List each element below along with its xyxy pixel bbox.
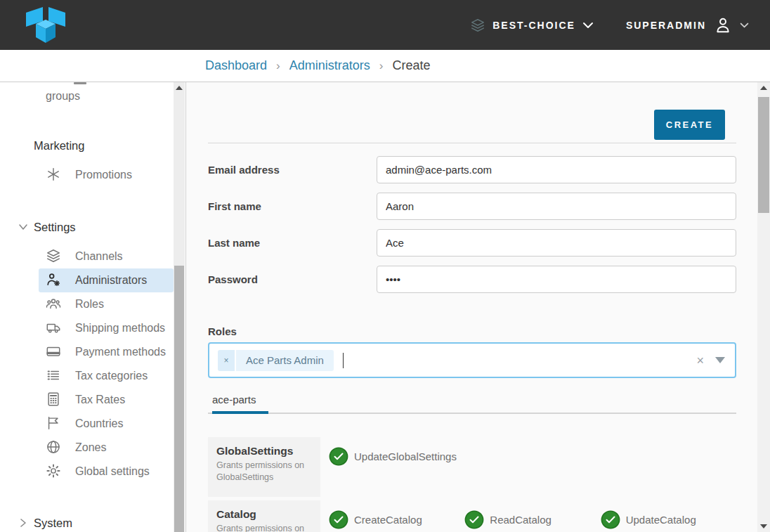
channel-switcher[interactable]: BEST-CHOICE [470,18,594,33]
email-input[interactable] [377,156,736,183]
permission-label: CreateCatalog [354,514,422,526]
roles-label: Roles [208,325,736,337]
nav-label: Zones [75,441,106,453]
nav-label: Payment methods [75,346,166,358]
chevron-down-icon [18,222,28,232]
layers-icon [46,248,61,264]
permission-toggle[interactable]: ReadCatalog [464,510,600,529]
truck-icon [46,320,61,335]
table-row: Catalog Grants permissions on Products, … [208,500,736,532]
scroll-up-button[interactable] [757,82,770,93]
first-name-label: First name [208,200,377,212]
permission-toggle[interactable]: UpdateGlobalSettings [329,447,464,466]
chip-label: Ace Parts Admin [236,350,334,371]
permission-group-description: Grants permissions on GlobalSettings [216,460,312,484]
permission-toggle[interactable]: CreateCatalog [329,510,464,529]
chevron-down-icon [740,22,749,29]
clipped-icon-fragment [74,82,86,84]
password-input[interactable] [377,266,736,293]
nav-label: Shipping methods [75,322,165,334]
breadcrumb-dashboard[interactable]: Dashboard [205,58,267,73]
nav-label: Administrators [75,274,147,286]
sidebar-item-payment-methods[interactable]: Payment methods [39,340,174,364]
breadcrumb-bar: Dashboard › Administrators › Create [0,50,770,82]
first-name-input[interactable] [377,193,736,220]
form-row-last-name: Last name [208,229,736,257]
scroll-down-button[interactable] [757,521,770,532]
sidebar-section-marketing[interactable]: Marketing [0,138,174,153]
last-name-input[interactable] [377,229,736,257]
scroll-up-button[interactable] [174,82,185,93]
sidebar-nav: groups Marketing Promotions Settings Cha… [0,82,174,532]
breadcrumb-current: Create [392,58,430,73]
sidebar-item-customer-groups[interactable]: groups [39,84,174,108]
tab-ace-parts[interactable]: ace-parts [208,389,258,413]
nav-label: Channels [75,250,123,262]
permissions-table: GlobalSettings Grants permissions on Glo… [208,437,736,532]
sidebar-item-promotions[interactable]: Promotions [39,163,174,187]
roles-select[interactable]: × Ace Parts Admin × [208,342,736,378]
users-icon [46,296,61,311]
breadcrumb-administrators[interactable]: Administrators [289,58,370,73]
permission-group-header: Catalog Grants permissions on Products, … [208,500,320,532]
sidebar-item-shipping-methods[interactable]: Shipping methods [39,316,174,340]
table-row: GlobalSettings Grants permissions on Glo… [208,437,736,497]
chip-remove-button[interactable]: × [218,350,235,371]
nav-label: Roles [75,298,104,310]
main-content: CREATE Email address First name Last nam… [186,82,770,532]
create-button[interactable]: CREATE [654,110,725,140]
sidebar-section-settings[interactable]: Settings [0,219,174,235]
form-row-password: Password [208,266,736,293]
permission-label: ReadCatalog [490,514,552,526]
sidebar-item-tax-rates[interactable]: Tax Rates [39,388,174,412]
top-bar: BEST-CHOICE SUPERADMIN [0,0,770,50]
asterisk-icon [46,167,61,182]
sidebar-item-roles[interactable]: Roles [39,292,174,316]
permission-label: UpdateCatalog [626,514,696,526]
nav-label: Tax Rates [75,394,125,406]
username-label: SUPERADMIN [626,20,706,31]
nav-label: Promotions [75,169,132,181]
scrollbar-thumb[interactable] [758,97,769,213]
text-cursor [343,353,344,368]
channel-tabs: ace-parts [208,389,736,414]
chevron-right-icon [18,518,28,528]
clear-icon[interactable]: × [696,354,704,367]
user-menu[interactable]: SUPERADMIN [626,15,749,36]
role-chip: × Ace Parts Admin [218,350,334,371]
content-scrollbar[interactable] [757,82,770,532]
form-row-email: Email address [208,156,736,183]
sidebar-item-global-settings[interactable]: Global settings [39,460,174,484]
credit-card-icon [46,344,61,359]
vendure-logo[interactable] [21,6,70,45]
form-row-first-name: First name [208,193,736,220]
sidebar-item-countries[interactable]: Countries [39,412,174,436]
divider [208,143,736,143]
check-circle-icon [329,447,348,466]
nav-label: Global settings [75,465,150,477]
sidebar-item-channels[interactable]: Channels [39,245,174,268]
person-icon [713,15,733,36]
permission-group-title: Catalog [216,508,312,521]
sidebar-item-zones[interactable]: Zones [39,436,174,460]
email-label: Email address [208,164,377,176]
sidebar-item-administrators[interactable]: Administrators [39,268,174,292]
layers-icon [470,18,485,33]
dropdown-caret-icon[interactable] [715,357,725,363]
permission-group-description: Grants permissions on Products, Facets [216,523,312,532]
sidebar-item-tax-categories[interactable]: Tax categories [39,364,174,388]
breadcrumb: Dashboard › Administrators › Create [205,58,430,73]
flag-icon [46,415,61,431]
permission-group-title: GlobalSettings [216,445,312,458]
breadcrumb-separator: › [276,59,280,73]
globe-icon [46,439,61,455]
permission-group-header: GlobalSettings Grants permissions on Glo… [208,437,320,497]
permission-toggle[interactable]: UpdateCatalog [601,510,736,529]
check-circle-icon [464,510,484,529]
sidebar-section-system[interactable]: System [0,515,174,531]
active-tab-indicator [212,411,268,414]
scrollbar-thumb[interactable] [174,266,184,532]
cog-icon [46,463,61,479]
last-name-label: Last name [208,237,377,249]
sidebar-scrollbar[interactable] [174,82,185,532]
